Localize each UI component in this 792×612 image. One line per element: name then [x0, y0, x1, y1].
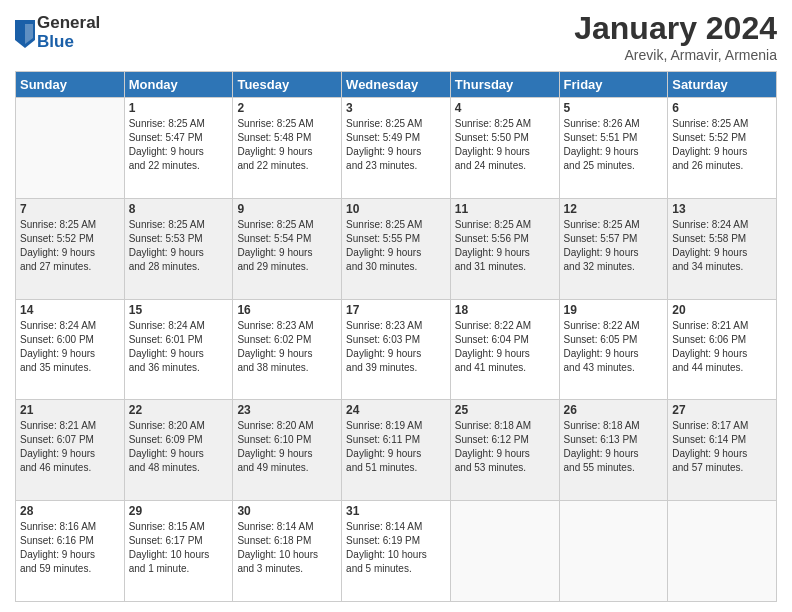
- cell-line: and 32 minutes.: [564, 261, 635, 272]
- cell-line: Sunset: 6:04 PM: [455, 334, 529, 345]
- cell-line: Sunrise: 8:22 AM: [455, 320, 531, 331]
- cell-line: and 22 minutes.: [129, 160, 200, 171]
- cell-line: Daylight: 9 hours: [564, 247, 639, 258]
- cell-content: Sunrise: 8:24 AMSunset: 6:01 PMDaylight:…: [129, 319, 229, 375]
- calendar-cell: 24Sunrise: 8:19 AMSunset: 6:11 PMDayligh…: [342, 400, 451, 501]
- calendar-cell: 14Sunrise: 8:24 AMSunset: 6:00 PMDayligh…: [16, 299, 125, 400]
- cell-content: Sunrise: 8:22 AMSunset: 6:05 PMDaylight:…: [564, 319, 664, 375]
- cell-line: Sunrise: 8:21 AM: [20, 420, 96, 431]
- cell-line: Sunrise: 8:24 AM: [129, 320, 205, 331]
- cell-content: Sunrise: 8:14 AMSunset: 6:18 PMDaylight:…: [237, 520, 337, 576]
- cell-content: Sunrise: 8:20 AMSunset: 6:10 PMDaylight:…: [237, 419, 337, 475]
- cell-line: and 39 minutes.: [346, 362, 417, 373]
- calendar-cell: 29Sunrise: 8:15 AMSunset: 6:17 PMDayligh…: [124, 501, 233, 602]
- cell-line: and 23 minutes.: [346, 160, 417, 171]
- cell-content: Sunrise: 8:25 AMSunset: 5:57 PMDaylight:…: [564, 218, 664, 274]
- cell-line: Sunset: 5:53 PM: [129, 233, 203, 244]
- cell-line: and 34 minutes.: [672, 261, 743, 272]
- cell-line: Sunrise: 8:25 AM: [129, 118, 205, 129]
- cell-line: Daylight: 9 hours: [672, 448, 747, 459]
- day-number: 9: [237, 202, 337, 216]
- cell-line: Sunrise: 8:14 AM: [237, 521, 313, 532]
- cell-line: Sunset: 5:57 PM: [564, 233, 638, 244]
- subtitle: Arevik, Armavir, Armenia: [574, 47, 777, 63]
- day-number: 20: [672, 303, 772, 317]
- cell-line: Sunset: 5:52 PM: [20, 233, 94, 244]
- cell-line: and 26 minutes.: [672, 160, 743, 171]
- cell-line: Sunset: 6:17 PM: [129, 535, 203, 546]
- header-cell-thursday: Thursday: [450, 72, 559, 98]
- cell-line: and 38 minutes.: [237, 362, 308, 373]
- cell-line: and 59 minutes.: [20, 563, 91, 574]
- calendar-cell: 3Sunrise: 8:25 AMSunset: 5:49 PMDaylight…: [342, 98, 451, 199]
- cell-line: Sunrise: 8:23 AM: [346, 320, 422, 331]
- cell-line: and 28 minutes.: [129, 261, 200, 272]
- cell-line: Sunrise: 8:14 AM: [346, 521, 422, 532]
- day-number: 4: [455, 101, 555, 115]
- cell-line: and 44 minutes.: [672, 362, 743, 373]
- calendar-cell: 26Sunrise: 8:18 AMSunset: 6:13 PMDayligh…: [559, 400, 668, 501]
- calendar-cell: 21Sunrise: 8:21 AMSunset: 6:07 PMDayligh…: [16, 400, 125, 501]
- cell-content: Sunrise: 8:14 AMSunset: 6:19 PMDaylight:…: [346, 520, 446, 576]
- cell-line: Daylight: 9 hours: [346, 146, 421, 157]
- cell-line: Sunset: 5:48 PM: [237, 132, 311, 143]
- day-number: 13: [672, 202, 772, 216]
- cell-line: Daylight: 9 hours: [129, 146, 204, 157]
- cell-line: Daylight: 9 hours: [346, 348, 421, 359]
- cell-line: and 49 minutes.: [237, 462, 308, 473]
- cell-line: and 30 minutes.: [346, 261, 417, 272]
- cell-line: Sunrise: 8:16 AM: [20, 521, 96, 532]
- cell-line: and 3 minutes.: [237, 563, 303, 574]
- main-title: January 2024: [574, 10, 777, 47]
- cell-line: Daylight: 9 hours: [129, 348, 204, 359]
- cell-line: Sunrise: 8:18 AM: [455, 420, 531, 431]
- cell-line: and 51 minutes.: [346, 462, 417, 473]
- cell-content: Sunrise: 8:15 AMSunset: 6:17 PMDaylight:…: [129, 520, 229, 576]
- cell-line: Sunset: 6:19 PM: [346, 535, 420, 546]
- cell-line: Daylight: 9 hours: [455, 146, 530, 157]
- cell-line: Sunrise: 8:21 AM: [672, 320, 748, 331]
- cell-line: and 22 minutes.: [237, 160, 308, 171]
- calendar-cell: 20Sunrise: 8:21 AMSunset: 6:06 PMDayligh…: [668, 299, 777, 400]
- cell-content: Sunrise: 8:25 AMSunset: 5:50 PMDaylight:…: [455, 117, 555, 173]
- calendar-cell: 25Sunrise: 8:18 AMSunset: 6:12 PMDayligh…: [450, 400, 559, 501]
- cell-line: and 25 minutes.: [564, 160, 635, 171]
- cell-line: Sunset: 6:02 PM: [237, 334, 311, 345]
- calendar-header: SundayMondayTuesdayWednesdayThursdayFrid…: [16, 72, 777, 98]
- cell-content: Sunrise: 8:25 AMSunset: 5:48 PMDaylight:…: [237, 117, 337, 173]
- cell-line: Sunrise: 8:25 AM: [455, 219, 531, 230]
- cell-line: Daylight: 9 hours: [455, 247, 530, 258]
- cell-line: Sunrise: 8:25 AM: [346, 118, 422, 129]
- calendar-cell: 16Sunrise: 8:23 AMSunset: 6:02 PMDayligh…: [233, 299, 342, 400]
- cell-line: Sunrise: 8:22 AM: [564, 320, 640, 331]
- cell-line: Daylight: 9 hours: [346, 247, 421, 258]
- calendar-cell: [16, 98, 125, 199]
- cell-line: Daylight: 9 hours: [129, 448, 204, 459]
- header-cell-sunday: Sunday: [16, 72, 125, 98]
- cell-line: Daylight: 9 hours: [129, 247, 204, 258]
- calendar-cell: 28Sunrise: 8:16 AMSunset: 6:16 PMDayligh…: [16, 501, 125, 602]
- cell-line: Sunrise: 8:25 AM: [129, 219, 205, 230]
- cell-line: Sunrise: 8:24 AM: [20, 320, 96, 331]
- cell-line: Sunrise: 8:19 AM: [346, 420, 422, 431]
- cell-content: Sunrise: 8:25 AMSunset: 5:53 PMDaylight:…: [129, 218, 229, 274]
- day-number: 27: [672, 403, 772, 417]
- cell-line: Sunrise: 8:25 AM: [672, 118, 748, 129]
- cell-line: Daylight: 9 hours: [237, 247, 312, 258]
- cell-line: and 29 minutes.: [237, 261, 308, 272]
- cell-line: Daylight: 9 hours: [20, 348, 95, 359]
- cell-line: Sunrise: 8:18 AM: [564, 420, 640, 431]
- cell-content: Sunrise: 8:25 AMSunset: 5:54 PMDaylight:…: [237, 218, 337, 274]
- day-number: 16: [237, 303, 337, 317]
- cell-content: Sunrise: 8:22 AMSunset: 6:04 PMDaylight:…: [455, 319, 555, 375]
- day-number: 26: [564, 403, 664, 417]
- cell-line: Daylight: 9 hours: [564, 348, 639, 359]
- cell-line: Sunset: 6:16 PM: [20, 535, 94, 546]
- calendar-week-row: 7Sunrise: 8:25 AMSunset: 5:52 PMDaylight…: [16, 198, 777, 299]
- cell-line: Daylight: 9 hours: [20, 448, 95, 459]
- calendar-cell: [668, 501, 777, 602]
- calendar-cell: 11Sunrise: 8:25 AMSunset: 5:56 PMDayligh…: [450, 198, 559, 299]
- day-number: 1: [129, 101, 229, 115]
- cell-line: Sunset: 5:56 PM: [455, 233, 529, 244]
- cell-line: and 1 minute.: [129, 563, 190, 574]
